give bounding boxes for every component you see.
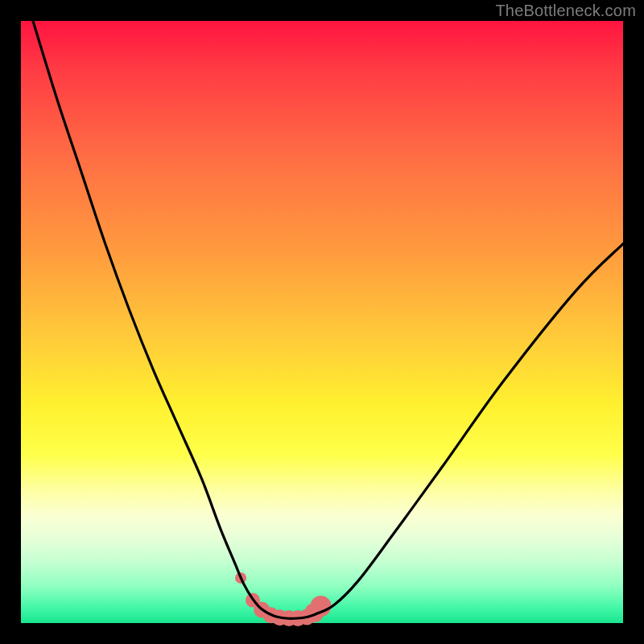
bottleneck-curve-path <box>33 21 623 618</box>
bottleneck-curve-svg <box>21 21 623 623</box>
chart-area <box>21 21 623 623</box>
watermark-text: TheBottleneck.com <box>495 2 636 20</box>
